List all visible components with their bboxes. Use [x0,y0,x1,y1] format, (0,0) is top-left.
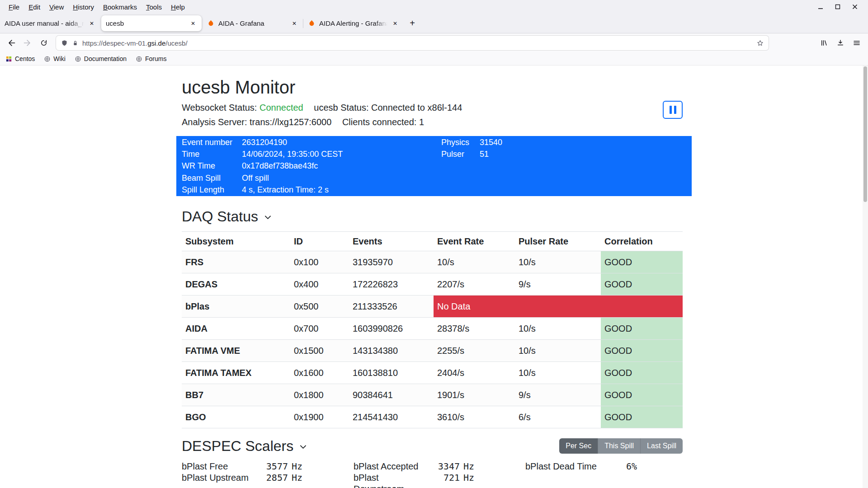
bookmark-documentation[interactable]: Documentation [75,55,127,62]
centos-icon [5,56,12,62]
tab-ucesb[interactable]: ucesb ✕ [101,15,202,31]
last-spill-button[interactable]: Last Spill [640,438,683,454]
websocket-status-line: Websocket Status: Connected ucesb Status… [176,101,692,114]
tab-title: AIDA Alerting - Grafana [319,19,387,27]
reload-button[interactable] [36,36,52,50]
tab-title: AIDA - Grafana [218,19,287,27]
ucesb-status-value: Connected to x86l-144 [371,103,462,113]
menu-bar: File Edit View History Bookmarks Tools H… [0,0,868,14]
ucesb-status-label: ucesb Status: [314,103,368,113]
globe-icon [44,56,51,62]
tab-close-icon[interactable]: ✕ [290,19,298,28]
hamburger-menu-icon [853,39,861,47]
tracking-protection-shield-icon[interactable] [61,39,68,47]
minimize-button[interactable] [816,2,826,12]
this-spill-button[interactable]: This Spill [598,438,640,454]
analysis-server-value: trans://lxg1257:6000 [250,117,331,127]
column-header-pulser-rate: Pulser Rate [515,232,601,251]
correlation-status-cell: GOOD [601,273,683,296]
bookmark-star-icon[interactable] [756,39,764,47]
new-tab-button[interactable]: + [404,14,421,33]
bookmark-wiki[interactable]: Wiki [44,55,65,62]
column-header-subsystem: Subsystem [182,232,290,251]
download-icon [836,39,844,47]
bookmark-centos[interactable]: Centos [5,55,35,62]
chevron-down-icon[interactable] [299,443,307,451]
lock-icon[interactable] [72,40,79,47]
navigation-toolbar: https://despec-vm-01.gsi.de/ucesb/ [0,33,868,52]
clients-connected-value: 1 [419,117,424,127]
bookmark-label: Wiki [53,55,65,62]
tab-title: AIDA user manual - aida_man [5,19,84,27]
back-button[interactable] [4,36,19,50]
tab-aida-user-manual[interactable]: AIDA user manual - aida_man ✕ [0,14,100,33]
menu-edit[interactable]: Edit [24,1,44,13]
menu-view[interactable]: View [45,1,68,13]
scaler-bplast-upstream: bPlast Upstream 2857 Hz [182,472,354,488]
bookmark-forums[interactable]: Forums [136,55,166,62]
tab-aida-alerting-grafana[interactable]: AIDA Alerting - Grafana ✕ [303,14,404,33]
maximize-button[interactable] [833,2,843,12]
table-row: FATIMA VME0x15001431343802255/s10/sGOOD [182,340,683,362]
per-sec-button[interactable]: Per Sec [559,438,598,454]
despec-scalers-heading-label: DESPEC Scalers [182,437,293,455]
daq-status-heading[interactable]: DAQ Status [182,208,686,225]
info-row: Physics31540 [441,136,692,148]
menu-history[interactable]: History [69,1,98,13]
bookmark-label: Forums [145,55,166,62]
pause-button[interactable] [663,101,683,119]
forward-icon [23,38,32,47]
table-header-row: Subsystem ID Events Event Rate Pulser Ra… [182,232,683,251]
clients-connected-label: Clients connected: [342,117,417,127]
despec-scalers-heading[interactable]: DESPEC Scalers [182,437,307,455]
menu-bookmarks[interactable]: Bookmarks [99,1,141,13]
close-button[interactable] [850,2,860,12]
websocket-status-label: Websocket Status: [182,103,257,113]
tab-close-icon[interactable]: ✕ [88,19,96,28]
tab-aida-grafana[interactable]: AIDA - Grafana ✕ [203,14,303,33]
scaler-mode-button-group: Per Sec This Spill Last Spill [559,438,683,454]
correlation-status-cell: GOOD [601,340,683,362]
forward-button[interactable] [20,36,35,50]
scaler-bplast-dead-time: bPlast Dead Time 6 % [525,461,686,472]
correlation-status-cell: GOOD [601,406,683,428]
info-row: Event number2631204190 [182,136,441,148]
analysis-server-label: Analysis Server: [182,117,247,127]
no-data-cell: No Data [434,296,683,318]
page-scrollbar[interactable] [863,66,868,488]
column-header-correlation: Correlation [601,232,683,251]
correlation-status-cell: GOOD [601,384,683,406]
bookmark-label: Documentation [84,55,127,62]
tab-close-icon[interactable]: ✕ [391,19,399,28]
scrollbar-thumb[interactable] [863,66,867,202]
page-title: ucesb Monitor [176,76,692,98]
column-header-events: Events [349,232,434,251]
reload-icon [40,39,48,47]
scaler-grid: bPlast Free 3577 Hz bPlast Accepted 3347… [182,461,686,488]
table-row: FRS0x1003193597010/s10/sGOOD [182,251,683,273]
table-row: DEGAS0x4001722268232207/s9/sGOOD [182,273,683,296]
page-viewport: ucesb Monitor Websocket Status: Connecte… [0,66,868,488]
chevron-down-icon[interactable] [264,213,272,222]
downloads-button[interactable] [833,36,848,50]
maximize-icon [835,4,841,10]
library-icon [820,39,828,47]
bookmarks-toolbar: Centos Wiki Documentation Forums [0,52,868,66]
tab-title: ucesb [106,19,185,27]
url-bar[interactable]: https://despec-vm-01.gsi.de/ucesb/ [56,36,769,50]
app-menu-button[interactable] [849,36,864,50]
tab-close-icon[interactable]: ✕ [189,19,197,28]
table-row: BB70x1800903846411901/s9/sGOOD [182,384,683,406]
info-row: Time14/06/2024, 19:35:00 CEST [182,148,441,160]
menu-file[interactable]: File [5,1,24,13]
back-icon [7,38,16,47]
library-button[interactable] [816,36,832,50]
table-row: FATIMA TAMEX0x16001601388102404/s10/sGOO… [182,362,683,384]
daq-status-heading-label: DAQ Status [182,208,258,225]
menu-help[interactable]: Help [167,1,189,13]
correlation-status-cell: GOOD [601,318,683,340]
menu-tools[interactable]: Tools [142,1,166,13]
column-header-event-rate: Event Rate [434,232,515,251]
column-header-id: ID [290,232,349,251]
scaler-bplast-free: bPlast Free 3577 Hz [182,461,354,472]
